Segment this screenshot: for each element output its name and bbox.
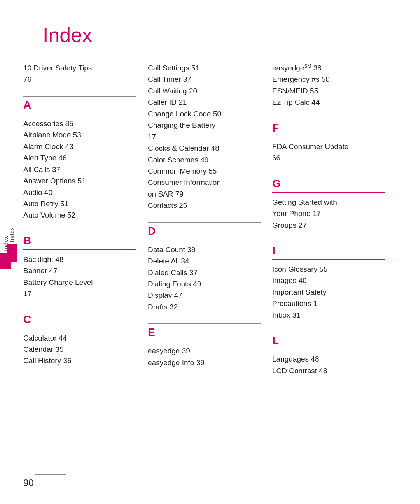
entry-call-waiting: Call Waiting 20 [148, 85, 261, 97]
divider-l [272, 332, 385, 332]
letter-divider-a [23, 114, 136, 114]
entry-clocks-calendar: Clocks & Calendar 48 [148, 142, 261, 154]
entry-alarm-clock: Alarm Clock 43 [23, 141, 136, 152]
pre-section-calls: Call Settings 51 Call Timer 37 Call Wait… [148, 62, 261, 211]
section-b: B Backlight 48 Banner 47 Battery Charge … [23, 235, 136, 300]
entry-charging-battery: Charging the Battery17 [148, 119, 261, 142]
column-2: Call Settings 51 Call Timer 37 Call Wait… [148, 62, 272, 387]
divider-i [272, 242, 385, 242]
section-e: E easyedge 39 easyedge Info 39 [148, 326, 261, 368]
entry-easyedge: easyedge 39 [148, 345, 261, 356]
entry-backlight: Backlight 48 [23, 254, 136, 265]
column-1: 10 Driver Safety Tips76 A Accessories 85… [23, 62, 148, 387]
side-label-text: Index [9, 227, 15, 242]
entry-audio: Audio 40 [23, 187, 136, 198]
entry-common-memory: Common Memory 55 [148, 165, 261, 177]
entry-emergency-nums: Emergency #s 50 [272, 74, 385, 85]
entry-inbox: Inbox 31 [272, 309, 385, 321]
entry-fda-consumer: FDA Consumer Update66 [272, 141, 385, 164]
section-c: C Calculator 44 Calendar 35 Call History… [23, 313, 136, 367]
page-number: 90 [23, 478, 34, 488]
letter-e: E [148, 326, 261, 339]
bottom-divider [35, 474, 66, 475]
entry-important-safety: Important SafetyPrecautions 1 [272, 286, 385, 309]
entry-groups: Groups 27 [272, 220, 385, 231]
page-title: Index [43, 23, 397, 47]
entry-calendar: Calendar 35 [23, 344, 136, 355]
divider-f [272, 119, 385, 119]
divider-g [272, 175, 385, 175]
section-i: I Icon Glossary 55 Images 40 Important S… [272, 244, 385, 321]
entry-call-timer: Call Timer 37 [148, 74, 261, 85]
letter-f: F [272, 122, 385, 134]
side-label-bar [7, 244, 17, 262]
entry-esn-meid: ESN/MEID 55 [272, 85, 385, 97]
section-f: F FDA Consumer Update66 [272, 122, 385, 164]
side-label-container: Index [7, 227, 17, 262]
letter-a: A [23, 99, 136, 111]
entry-images: Images 40 [272, 275, 385, 286]
entry-display: Display 47 [148, 290, 261, 301]
entry-auto-volume: Auto Volume 52 [23, 209, 136, 221]
letter-divider-b [23, 249, 136, 250]
letter-divider-l [272, 349, 385, 349]
entry-banner: Banner 47 [23, 265, 136, 276]
entry-change-lock-code: Change Lock Code 50 [148, 108, 261, 119]
entry-data-count: Data Count 38 [148, 244, 261, 255]
section-d: D Data Count 38 Delete All 34 Dialed Cal… [148, 225, 261, 313]
letter-i: I [272, 244, 385, 257]
entry-answer-options: Answer Options 51 [23, 175, 136, 186]
entry-languages: Languages 48 [272, 353, 385, 365]
letter-divider-d [148, 240, 261, 240]
letter-c: C [23, 313, 136, 326]
entry-dialing-fonts: Dialing Fonts 49 [148, 278, 261, 290]
entry-drafts: Drafts 32 [148, 301, 261, 313]
entry-auto-retry: Auto Retry 51 [23, 198, 136, 209]
entry-getting-started: Getting Started withYour Phone 17 [272, 197, 385, 220]
entry-all-calls: All Calls 37 [23, 164, 136, 175]
letter-g: G [272, 177, 385, 190]
divider-c [23, 311, 136, 311]
entry-caller-id: Caller ID 21 [148, 97, 261, 108]
entry-delete-all: Delete All 34 [148, 255, 261, 267]
letter-l: L [272, 334, 385, 347]
entry-consumer-info: Consumer Informationon SAR 79 [148, 177, 261, 200]
entry-easyedge-info: easyedge Info 39 [148, 357, 261, 368]
page: Index Index 10 Driver Safety Tips76 A Ac… [0, 0, 420, 504]
entry-dialed-calls: Dialed Calls 37 [148, 267, 261, 278]
entry-alert-type: Alert Type 46 [23, 152, 136, 163]
letter-divider-i [272, 259, 385, 260]
entry-color-schemes: Color Schemes 49 [148, 154, 261, 165]
entry-accessories: Accessories 85 [23, 118, 136, 129]
entry-battery-charge: Battery Charge Level17 [23, 277, 136, 300]
section-a: A Accessories 85 Airplane Mode 53 Alarm … [23, 99, 136, 221]
letter-divider-g [272, 192, 385, 193]
section-l: L Languages 48 LCD Contrast 48 [272, 334, 385, 376]
entry-easyedge-sm: easyedgeSM 38 [272, 62, 385, 74]
entry-lcd-contrast: LCD Contrast 48 [272, 365, 385, 376]
columns-container: 10 Driver Safety Tips76 A Accessories 85… [23, 62, 397, 387]
divider-d [148, 222, 261, 223]
letter-divider-f [272, 137, 385, 137]
letter-divider-c [23, 328, 136, 328]
letter-d: D [148, 225, 261, 237]
letter-divider-e [148, 341, 261, 341]
pre-section-driver-tips: 10 Driver Safety Tips76 [23, 62, 136, 85]
section-g: G Getting Started withYour Phone 17 Grou… [272, 177, 385, 231]
divider-e [148, 323, 261, 324]
entry-icon-glossary: Icon Glossary 55 [272, 263, 385, 275]
entry-ez-tip-calc: Ez Tip Calc 44 [272, 97, 385, 108]
entry-airplane-mode: Airplane Mode 53 [23, 129, 136, 140]
entry-driver-tips: 10 Driver Safety Tips76 [23, 62, 136, 85]
entry-calculator: Calculator 44 [23, 332, 136, 344]
entry-call-history: Call History 36 [23, 355, 136, 366]
pre-section-easyedge-sm: easyedgeSM 38 Emergency #s 50 ESN/MEID 5… [272, 62, 385, 108]
divider-a [23, 96, 136, 97]
letter-b: B [23, 235, 136, 247]
column-3: easyedgeSM 38 Emergency #s 50 ESN/MEID 5… [272, 62, 397, 387]
entry-contacts: Contacts 26 [148, 200, 261, 211]
divider-b [23, 232, 136, 232]
entry-call-settings: Call Settings 51 [148, 62, 261, 74]
